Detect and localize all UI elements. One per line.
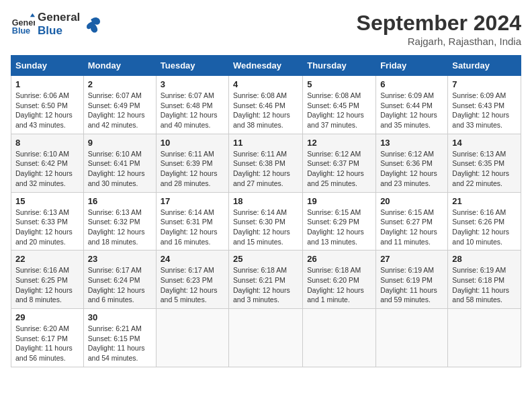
day-info: Sunrise: 6:16 AMSunset: 6:25 PMDaylight:… xyxy=(15,265,79,305)
day-info: Sunrise: 6:15 AMSunset: 6:27 PMDaylight:… xyxy=(380,208,443,247)
day-info: Sunrise: 6:17 AMSunset: 6:24 PMDaylight:… xyxy=(88,265,152,305)
day-number: 25 xyxy=(233,254,298,264)
day-cell: 6 Sunrise: 6:09 AMSunset: 6:44 PMDayligh… xyxy=(376,76,448,134)
day-cell xyxy=(303,309,376,367)
day-info: Sunrise: 6:14 AMSunset: 6:30 PMDaylight:… xyxy=(233,208,298,247)
calendar-table: SundayMondayTuesdayWednesdayThursdayFrid… xyxy=(11,55,521,367)
location-subtitle: Rajgarh, Rajasthan, India xyxy=(357,36,521,47)
day-cell: 19 Sunrise: 6:15 AMSunset: 6:29 PMDaylig… xyxy=(303,192,376,250)
day-cell: 21 Sunrise: 6:16 AMSunset: 6:26 PMDaylig… xyxy=(448,192,521,250)
header-cell-saturday: Saturday xyxy=(448,56,521,76)
day-cell: 4 Sunrise: 6:08 AMSunset: 6:46 PMDayligh… xyxy=(229,76,303,134)
day-info: Sunrise: 6:18 AMSunset: 6:20 PMDaylight:… xyxy=(307,265,371,305)
week-row-3: 15 Sunrise: 6:13 AMSunset: 6:33 PMDaylig… xyxy=(11,192,521,250)
day-info: Sunrise: 6:11 AMSunset: 6:38 PMDaylight:… xyxy=(233,149,298,189)
day-cell: 15 Sunrise: 6:13 AMSunset: 6:33 PMDaylig… xyxy=(11,192,84,250)
day-info: Sunrise: 6:12 AMSunset: 6:37 PMDaylight:… xyxy=(307,149,371,189)
header-cell-friday: Friday xyxy=(376,56,448,76)
day-number: 8 xyxy=(15,138,79,148)
day-number: 24 xyxy=(161,254,224,264)
day-cell: 9 Sunrise: 6:10 AMSunset: 6:41 PMDayligh… xyxy=(83,134,156,192)
week-row-5: 29 Sunrise: 6:20 AMSunset: 6:17 PMDaylig… xyxy=(11,309,521,367)
day-info: Sunrise: 6:11 AMSunset: 6:39 PMDaylight:… xyxy=(161,149,224,189)
day-info: Sunrise: 6:18 AMSunset: 6:21 PMDaylight:… xyxy=(233,265,298,305)
day-info: Sunrise: 6:08 AMSunset: 6:46 PMDaylight:… xyxy=(233,91,298,130)
logo-bird-icon xyxy=(83,15,101,34)
day-number: 4 xyxy=(233,79,298,89)
day-cell: 10 Sunrise: 6:11 AMSunset: 6:39 PMDaylig… xyxy=(156,134,228,192)
day-cell xyxy=(376,309,448,367)
day-cell: 16 Sunrise: 6:13 AMSunset: 6:32 PMDaylig… xyxy=(83,192,156,250)
day-number: 16 xyxy=(88,196,152,206)
day-info: Sunrise: 6:15 AMSunset: 6:29 PMDaylight:… xyxy=(307,208,371,247)
day-cell: 23 Sunrise: 6:17 AMSunset: 6:24 PMDaylig… xyxy=(83,250,156,309)
day-cell: 28 Sunrise: 6:19 AMSunset: 6:18 PMDaylig… xyxy=(448,250,521,309)
day-number: 18 xyxy=(233,196,298,206)
day-number: 7 xyxy=(452,79,517,89)
day-cell: 30 Sunrise: 6:21 AMSunset: 6:15 PMDaylig… xyxy=(83,309,156,367)
day-number: 14 xyxy=(452,138,517,148)
day-number: 11 xyxy=(233,138,298,148)
day-cell: 17 Sunrise: 6:14 AMSunset: 6:31 PMDaylig… xyxy=(156,192,228,250)
day-number: 15 xyxy=(15,196,79,206)
day-number: 21 xyxy=(452,196,517,206)
day-number: 10 xyxy=(161,138,224,148)
day-number: 28 xyxy=(452,254,517,264)
day-info: Sunrise: 6:13 AMSunset: 6:32 PMDaylight:… xyxy=(88,208,152,247)
calendar-body: 1 Sunrise: 6:06 AMSunset: 6:50 PMDayligh… xyxy=(11,76,521,367)
day-info: Sunrise: 6:08 AMSunset: 6:45 PMDaylight:… xyxy=(307,91,371,130)
day-cell: 27 Sunrise: 6:19 AMSunset: 6:19 PMDaylig… xyxy=(376,250,448,309)
day-cell: 29 Sunrise: 6:20 AMSunset: 6:17 PMDaylig… xyxy=(11,309,84,367)
day-info: Sunrise: 6:07 AMSunset: 6:48 PMDaylight:… xyxy=(161,91,224,130)
day-info: Sunrise: 6:19 AMSunset: 6:19 PMDaylight:… xyxy=(380,265,443,305)
day-info: Sunrise: 6:13 AMSunset: 6:33 PMDaylight:… xyxy=(15,208,79,247)
title-block: September 2024 Rajgarh, Rajasthan, India xyxy=(357,11,521,47)
day-number: 26 xyxy=(307,254,371,264)
svg-text:Blue: Blue xyxy=(12,27,30,36)
header-cell-wednesday: Wednesday xyxy=(229,56,303,76)
calendar-header: SundayMondayTuesdayWednesdayThursdayFrid… xyxy=(11,56,521,76)
day-info: Sunrise: 6:21 AMSunset: 6:15 PMDaylight:… xyxy=(88,324,152,363)
day-number: 1 xyxy=(15,79,79,89)
day-number: 9 xyxy=(88,138,152,148)
header-cell-thursday: Thursday xyxy=(303,56,376,76)
logo-text-blue: Blue xyxy=(38,24,80,38)
logo-text-general: General xyxy=(38,11,80,24)
day-cell: 14 Sunrise: 6:13 AMSunset: 6:35 PMDaylig… xyxy=(448,134,521,192)
day-cell: 18 Sunrise: 6:14 AMSunset: 6:30 PMDaylig… xyxy=(229,192,303,250)
day-number: 20 xyxy=(380,196,443,206)
day-number: 5 xyxy=(307,79,371,89)
day-number: 13 xyxy=(380,138,443,148)
day-number: 29 xyxy=(15,312,79,322)
day-cell: 5 Sunrise: 6:08 AMSunset: 6:45 PMDayligh… xyxy=(303,76,376,134)
day-number: 17 xyxy=(161,196,224,206)
week-row-4: 22 Sunrise: 6:16 AMSunset: 6:25 PMDaylig… xyxy=(11,250,521,309)
logo: General Blue General Blue xyxy=(11,11,101,38)
day-info: Sunrise: 6:10 AMSunset: 6:41 PMDaylight:… xyxy=(88,149,152,189)
day-info: Sunrise: 6:06 AMSunset: 6:50 PMDaylight:… xyxy=(15,91,79,130)
day-info: Sunrise: 6:07 AMSunset: 6:49 PMDaylight:… xyxy=(88,91,152,130)
day-cell: 22 Sunrise: 6:16 AMSunset: 6:25 PMDaylig… xyxy=(11,250,84,309)
day-cell xyxy=(229,309,303,367)
day-number: 6 xyxy=(380,79,443,89)
header-cell-monday: Monday xyxy=(83,56,156,76)
day-cell xyxy=(156,309,228,367)
day-cell: 1 Sunrise: 6:06 AMSunset: 6:50 PMDayligh… xyxy=(11,76,84,134)
day-number: 23 xyxy=(88,254,152,264)
day-cell: 11 Sunrise: 6:11 AMSunset: 6:38 PMDaylig… xyxy=(229,134,303,192)
page-header: General Blue General Blue September 2024… xyxy=(11,11,521,47)
day-info: Sunrise: 6:19 AMSunset: 6:18 PMDaylight:… xyxy=(452,265,517,305)
day-number: 19 xyxy=(307,196,371,206)
day-cell: 8 Sunrise: 6:10 AMSunset: 6:42 PMDayligh… xyxy=(11,134,84,192)
day-info: Sunrise: 6:13 AMSunset: 6:35 PMDaylight:… xyxy=(452,149,517,189)
day-cell: 7 Sunrise: 6:09 AMSunset: 6:43 PMDayligh… xyxy=(448,76,521,134)
day-info: Sunrise: 6:09 AMSunset: 6:43 PMDaylight:… xyxy=(452,91,517,130)
day-cell: 12 Sunrise: 6:12 AMSunset: 6:37 PMDaylig… xyxy=(303,134,376,192)
week-row-1: 1 Sunrise: 6:06 AMSunset: 6:50 PMDayligh… xyxy=(11,76,521,134)
day-info: Sunrise: 6:10 AMSunset: 6:42 PMDaylight:… xyxy=(15,149,79,189)
day-cell: 3 Sunrise: 6:07 AMSunset: 6:48 PMDayligh… xyxy=(156,76,228,134)
day-info: Sunrise: 6:17 AMSunset: 6:23 PMDaylight:… xyxy=(161,265,224,305)
day-number: 30 xyxy=(88,312,152,322)
header-cell-sunday: Sunday xyxy=(11,56,84,76)
day-cell xyxy=(448,309,521,367)
